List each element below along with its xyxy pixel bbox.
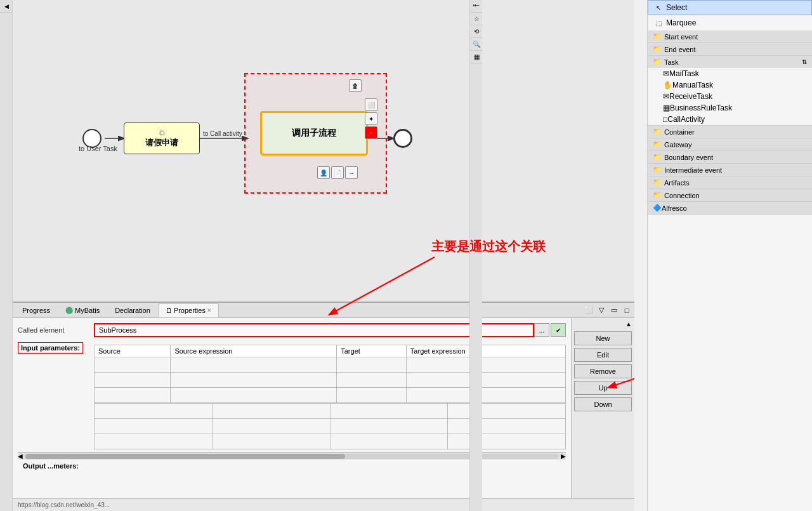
table-row-2[interactable] bbox=[95, 373, 566, 388]
called-element-browse-btn[interactable]: ... bbox=[534, 323, 549, 337]
table-row-1[interactable] bbox=[95, 357, 566, 373]
maximize-icon[interactable]: □ bbox=[622, 305, 632, 315]
task-leave-request-label: 请假申请 bbox=[145, 137, 178, 149]
annotation-1: 主要是通过这个关联 bbox=[431, 238, 546, 255]
connection-section-label: Connection bbox=[664, 192, 700, 199]
palette-mail-task[interactable]: ✉ MailTask bbox=[648, 68, 812, 79]
palette-marquee-item[interactable]: ⬚ Marquee bbox=[648, 15, 812, 30]
palette-section-end-event-header[interactable]: 📁 End event bbox=[648, 43, 812, 55]
task-scroll-icon[interactable]: ⇅ bbox=[802, 58, 807, 65]
palette-section-artifacts-header[interactable]: 📁 Artifacts bbox=[648, 176, 812, 189]
row3-target bbox=[337, 388, 407, 403]
container-section-label: Container bbox=[664, 128, 695, 136]
new-window-icon[interactable]: ⬜ bbox=[584, 305, 594, 315]
palette-section-alfresco: 🔷 Alfresco bbox=[648, 202, 812, 215]
down-button[interactable]: Down bbox=[574, 397, 632, 411]
new-button[interactable]: New bbox=[574, 331, 632, 345]
palette-section-gateway-header[interactable]: 📁 Gateway bbox=[648, 138, 812, 150]
scroll-up-indicator[interactable]: ▲ bbox=[625, 321, 632, 328]
properties-left: Called element ... ✔ Input parameters: bbox=[13, 318, 571, 511]
task-leave-request[interactable]: ⬚ 请假申请 bbox=[124, 123, 200, 154]
row1-source-expr bbox=[171, 357, 337, 373]
call-activity-palette-icon: □ bbox=[663, 115, 667, 124]
canvas-area: ⬚ 请假申请 to User Task to Call activity 🗑 ⬜… bbox=[13, 0, 634, 511]
artifacts-section-label: Artifacts bbox=[664, 179, 690, 187]
properties-content: Called element ... ✔ Input parameters: bbox=[13, 318, 634, 511]
palette-manual-task[interactable]: ✋ ManualTask bbox=[648, 79, 812, 91]
palette-call-activity[interactable]: □ CallActivity bbox=[648, 114, 812, 125]
palette-marquee-label: Marquee bbox=[666, 18, 696, 27]
folder-artifacts-icon: 📁 bbox=[653, 178, 662, 187]
extra-rows-table bbox=[94, 403, 566, 449]
palette-section-container-header[interactable]: 📁 Container bbox=[648, 126, 812, 138]
call-activity-palette-label: CallActivity bbox=[667, 115, 705, 124]
called-element-input[interactable] bbox=[94, 323, 534, 337]
palette-section-task-header[interactable]: 📁 Task ⇅ bbox=[648, 56, 812, 68]
manual-task-label: ManualTask bbox=[672, 81, 713, 90]
intermediate-section-label: Intermediate event bbox=[664, 166, 722, 174]
restore-icon[interactable]: ▭ bbox=[609, 305, 619, 315]
called-element-confirm-btn[interactable]: ✔ bbox=[551, 323, 566, 337]
palette-section-boundary-header[interactable]: 📁 Boundary event bbox=[648, 151, 812, 163]
end-event-section-label: End event bbox=[664, 46, 696, 53]
icon-btn-3[interactable]: ⟲ bbox=[470, 25, 483, 38]
tab-mybatis[interactable]: ⬤ MyBatis bbox=[58, 303, 107, 317]
h-scrollbar[interactable]: ◀ ▶ bbox=[18, 452, 566, 460]
palette-section-connection-header[interactable]: 📁 Connection bbox=[648, 189, 812, 201]
edit-button[interactable]: Edit bbox=[574, 348, 632, 362]
receive-task-label: ReceiveTask bbox=[669, 92, 712, 101]
row2-source-expr bbox=[171, 373, 337, 388]
palette-section-intermediate-header[interactable]: 📁 Intermediate event bbox=[648, 164, 812, 176]
folder-intermediate-icon: 📁 bbox=[653, 166, 662, 174]
remove-button[interactable]: Remove bbox=[574, 364, 632, 378]
arrow-right-icon[interactable]: → bbox=[345, 166, 358, 179]
settings-icon[interactable]: ✦ bbox=[365, 112, 377, 125]
tab-declaration[interactable]: Declaration bbox=[108, 303, 157, 317]
expand-btn[interactable]: ⬜ bbox=[365, 98, 377, 111]
icon-btn-4[interactable]: 🔍 bbox=[470, 38, 483, 51]
minimize-icon[interactable]: ▽ bbox=[596, 305, 606, 315]
person-icon[interactable]: 👤 bbox=[317, 166, 330, 179]
col-target: Target bbox=[337, 345, 407, 357]
palette-section-end-event: 📁 End event bbox=[648, 43, 812, 56]
palette-section-start-event-header[interactable]: 📁 Start event bbox=[648, 30, 812, 43]
icon-btn-1[interactable]: ⭰ bbox=[470, 0, 483, 13]
gateway-section-label: Gateway bbox=[664, 141, 691, 149]
end-event[interactable] bbox=[393, 129, 412, 148]
up-button[interactable]: Up bbox=[574, 381, 632, 395]
col-source-expr: Source expression bbox=[171, 345, 337, 357]
output-params-label: Output ...meters: bbox=[23, 462, 79, 470]
delete-btn[interactable]: 🗑 bbox=[349, 79, 362, 92]
called-element-value-container: ... ✔ bbox=[94, 323, 566, 337]
row1-target bbox=[337, 357, 407, 373]
call-activity[interactable]: 调用子流程 bbox=[260, 111, 368, 156]
right-palette-panel: ↖ Select ⬚ Marquee 📁 Start event 📁 End e… bbox=[647, 0, 812, 511]
status-url: https://blog.csdn.net/weixin_43... bbox=[18, 501, 110, 508]
right-icons-strip: ⭰ ☆ ⟲ 🔍 ▦ bbox=[469, 0, 482, 511]
folder-end-icon: 📁 bbox=[653, 45, 662, 53]
palette-section-task: 📁 Task ⇅ ✉ MailTask ✋ ManualTask ✉ Recei… bbox=[648, 56, 812, 126]
left-sidebar: ◀ bbox=[0, 0, 13, 511]
doc-icon[interactable]: 📄 bbox=[331, 166, 344, 179]
left-sidebar-btn-1[interactable]: ◀ bbox=[0, 0, 13, 13]
business-rule-icon: ▦ bbox=[663, 103, 670, 112]
input-params-label: Input parameters: bbox=[18, 342, 83, 354]
tab-properties[interactable]: 🗒 Properties ✕ bbox=[159, 303, 219, 317]
table-row-3[interactable] bbox=[95, 388, 566, 403]
palette-select-item[interactable]: ↖ Select bbox=[648, 0, 812, 15]
scrollbar-thumb[interactable] bbox=[25, 454, 345, 459]
boundary-section-label: Boundary event bbox=[664, 154, 713, 161]
icon-btn-5[interactable]: ▦ bbox=[470, 51, 483, 63]
extra-row-2 bbox=[95, 419, 566, 434]
remove-btn[interactable]: − bbox=[365, 126, 377, 139]
icon-btn-2[interactable]: ☆ bbox=[470, 13, 483, 25]
palette-section-alfresco-header[interactable]: 🔷 Alfresco bbox=[648, 202, 812, 214]
element-toolbar-top: 🗑 bbox=[349, 79, 362, 92]
palette-business-rule-task[interactable]: ▦ BusinessRuleTask bbox=[648, 102, 812, 114]
folder-connection-icon: 📁 bbox=[653, 191, 662, 199]
col-target-expr: Target expression bbox=[406, 345, 565, 357]
palette-receive-task[interactable]: ✉ ReceiveTask bbox=[648, 91, 812, 102]
col-source: Source bbox=[95, 345, 171, 357]
row3-source-expr bbox=[171, 388, 337, 403]
tab-progress[interactable]: Progress bbox=[15, 303, 57, 317]
